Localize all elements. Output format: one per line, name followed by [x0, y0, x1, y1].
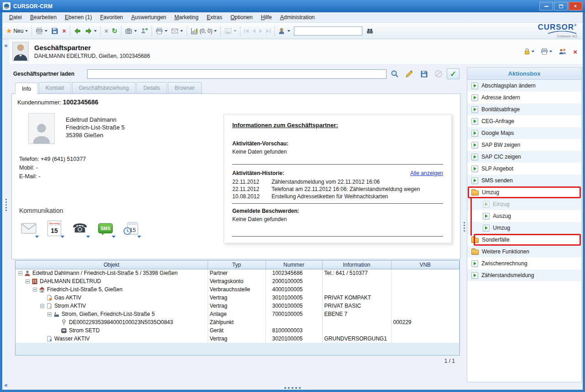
close-record-button[interactable]: × — [573, 48, 577, 56]
menu-favoriten[interactable]: Favoriten — [96, 13, 127, 22]
action-zwischenrechnung[interactable]: Zwischenrechnung — [467, 258, 581, 269]
col-objekt[interactable]: Objekt — [16, 261, 208, 269]
search-button[interactable] — [364, 26, 376, 36]
forward-button[interactable] — [83, 26, 99, 36]
col-vnb[interactable]: VNB — [391, 261, 460, 269]
col-nummer[interactable]: Nummer — [266, 261, 322, 269]
menu-datei[interactable]: Datei — [5, 13, 26, 22]
tab-details[interactable]: Details — [136, 82, 167, 93]
table-row[interactable]: DE000229353984000100023N5035O0843 Zählpu… — [16, 318, 460, 326]
caret-down-icon[interactable] — [35, 236, 39, 238]
nav-last-button[interactable] — [264, 27, 272, 35]
action-bonitaetsabfrage[interactable]: Bonitätsabfrage — [467, 103, 581, 115]
action-auszug[interactable]: Auszug — [467, 210, 581, 222]
refresh-button[interactable]: ↻ — [110, 26, 120, 36]
action-umzug[interactable]: Umzug — [467, 222, 581, 234]
tab-geschaeftsbeziehung[interactable]: Geschäftsbeziehung — [72, 82, 136, 93]
folder-umzug[interactable]: Umzug — [467, 186, 581, 198]
print-view-button[interactable] — [541, 48, 552, 55]
contacts-button[interactable] — [559, 48, 567, 55]
snapshot-button[interactable] — [123, 26, 139, 36]
menu-ebenen[interactable]: Ebenen (1) — [61, 13, 96, 22]
table-row[interactable]: Strom, Gießen, Friedrich-List-Straße 5 A… — [16, 310, 460, 318]
lookup-button[interactable] — [388, 68, 401, 79]
horizontal-splitter[interactable] — [284, 387, 301, 389]
titlebar[interactable]: CURSOR-CRM × — [0, 0, 585, 12]
collapse-toggle[interactable] — [18, 271, 22, 275]
menu-auswertungen[interactable]: Auswertungen — [127, 13, 171, 22]
alle-anzeigen-link[interactable]: Alle anzeigen — [410, 170, 443, 176]
collapse-left-icon[interactable]: « — [4, 43, 7, 48]
tab-kontakt[interactable]: Kontakt — [39, 82, 71, 93]
reminder-action-button[interactable]: 15 — [120, 219, 141, 238]
col-information[interactable]: Information — [322, 261, 391, 269]
collapse-toggle[interactable] — [40, 304, 44, 308]
action-einzug[interactable]: Einzug — [467, 198, 581, 210]
action-ceg-anfrage[interactable]: CEG-Anfrage — [467, 115, 581, 127]
folder-weitere-funktionen[interactable]: Weitere Funktionen — [467, 246, 581, 258]
action-sap-bw[interactable]: SAP BW zeigen — [467, 139, 581, 151]
coordinates-button[interactable]: (0, 0) — [189, 26, 219, 36]
tab-info[interactable]: Info — [15, 83, 38, 94]
table-row[interactable]: DAHLMANN EDELTRUD Vertragskonto 20001000… — [16, 277, 460, 285]
action-zaehlerstandsmeldung[interactable]: Zählerstandsmeldung — [467, 269, 581, 281]
caret-down-icon[interactable] — [137, 236, 141, 238]
table-row[interactable]: Friedrich-List-Straße 5, Gießen Verbrauc… — [16, 285, 460, 294]
print-button[interactable] — [34, 26, 49, 36]
nav-first-button[interactable] — [242, 27, 251, 35]
print-list-button[interactable] — [154, 26, 169, 36]
cancel-button[interactable]: × — [103, 26, 110, 36]
collapse-toggle[interactable] — [26, 279, 30, 284]
minimize-button[interactable] — [539, 2, 553, 10]
image-button[interactable] — [223, 26, 238, 36]
tab-browser[interactable]: Browser — [168, 82, 202, 93]
table-row[interactable]: Gas AKTIV Vertrag 3010100005 PRIVAT KOMP… — [16, 294, 460, 302]
nav-next-button[interactable] — [257, 27, 264, 35]
email-action-button[interactable] — [18, 219, 39, 238]
caret-down-icon[interactable] — [86, 236, 90, 238]
table-row[interactable]: Edeltrud Dahlmann / Friedrich-List-Straß… — [16, 269, 460, 277]
folder-sonderfaelle[interactable]: Sonderfälle — [467, 234, 581, 246]
table-row[interactable]: Strom SETD Gerät 8100000003 — [16, 326, 460, 335]
menu-marketing[interactable]: Marketing — [170, 13, 203, 22]
partner-load-input[interactable] — [87, 69, 387, 79]
action-sap-cic[interactable]: SAP CIC zeigen — [467, 151, 581, 163]
vertical-splitter[interactable] — [461, 64, 467, 390]
quick-search-input[interactable] — [294, 26, 362, 36]
table-row[interactable]: Wasser AKTIV Vertrag 3020100005 GRUNDVER… — [16, 335, 460, 343]
menu-extras[interactable]: Extras — [203, 13, 226, 22]
caret-down-icon[interactable] — [112, 236, 115, 238]
menu-administration[interactable]: Administration — [276, 13, 319, 22]
discard-button[interactable] — [432, 68, 445, 79]
delete-button[interactable]: × — [60, 26, 68, 36]
phone-action-button[interactable]: ☎ — [69, 219, 90, 238]
save-record-button[interactable] — [418, 68, 430, 79]
nav-prev-button[interactable] — [251, 27, 257, 35]
left-splitter-grip[interactable] — [5, 199, 7, 200]
collapse-toggle[interactable] — [47, 312, 52, 316]
save-button[interactable] — [49, 26, 60, 36]
person-search-button[interactable] — [277, 26, 292, 36]
edit-button[interactable] — [403, 68, 416, 79]
action-adresse-aendern[interactable]: Adresse ändern — [467, 92, 581, 103]
calendar-action-button[interactable]: Samstag 15 — [44, 219, 65, 238]
close-window-button[interactable]: × — [569, 2, 582, 10]
menu-optionen[interactable]: Optionen — [226, 13, 257, 22]
maximize-button[interactable] — [554, 2, 568, 10]
col-typ[interactable]: Typ — [208, 261, 266, 269]
back-button[interactable] — [72, 26, 83, 36]
mail-button[interactable] — [169, 26, 185, 36]
confirm-button[interactable]: ✓ — [447, 68, 460, 79]
caret-down-icon[interactable] — [61, 236, 64, 238]
process-button[interactable] — [139, 26, 150, 36]
collapse-left-bottom-icon[interactable]: « — [4, 382, 7, 388]
sms-action-button[interactable]: SMS — [95, 219, 116, 238]
action-sms-senden[interactable]: SMS senden — [467, 175, 581, 186]
menu-hilfe[interactable]: Hilfe — [257, 13, 276, 22]
new-button[interactable]: ★ Neu — [4, 26, 30, 36]
menu-bearbeiten[interactable]: Bearbeiten — [26, 13, 61, 22]
table-row[interactable]: Strom AKTIV Vertrag 3000100005 PRIVAT BA… — [16, 302, 460, 310]
action-abschlagsplan[interactable]: Abschlagsplan ändern — [467, 80, 581, 92]
lock-button[interactable] — [524, 48, 534, 55]
action-google-maps[interactable]: Google Maps — [467, 127, 581, 139]
